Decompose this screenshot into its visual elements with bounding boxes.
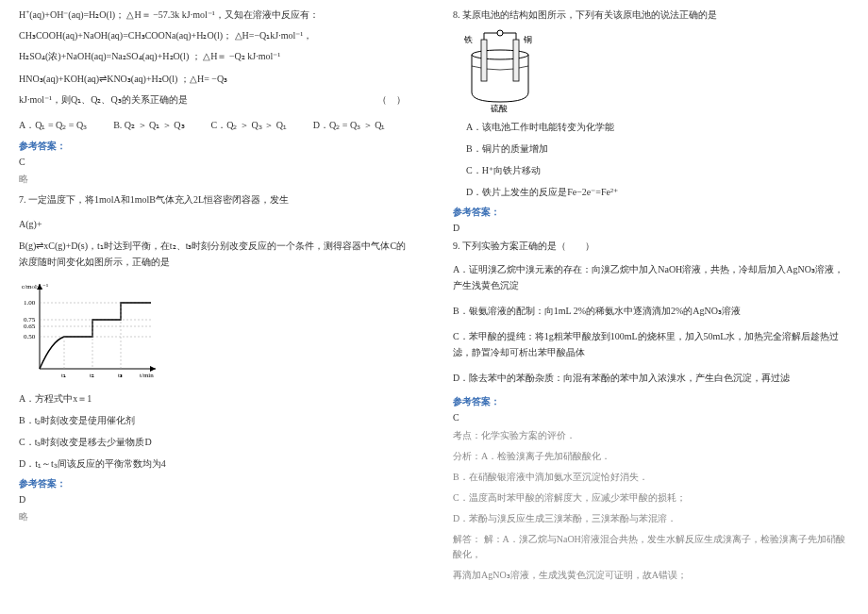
q7-opt-a: A．方程式中x＝1 — [19, 390, 415, 407]
q9-exp-kd: 考点：化学实验方案的评价． — [453, 428, 849, 443]
q9-sol-2: 再滴加AgNO₃溶液，生成浅黄色沉淀可证明，故A错误； — [453, 568, 849, 583]
svg-text:t₂: t₂ — [90, 372, 94, 379]
diag-label-fe: 铁 — [463, 35, 473, 44]
q6-options: A．Q₁ = Q₂ = Q₃ B. Q₂ ＞ Q₁ ＞ Q₃ C．Q₂ ＞ Q₃… — [19, 119, 415, 132]
q9-opt-c: C．苯甲酸的提纯：将1g粗苯甲酸放到100mL的烧杯里，加入50mL水，加热完全… — [453, 328, 849, 360]
eq-line-2: CH₃COOH(aq)+NaOH(aq)=CH₃COONa(aq)+H₂O(l)… — [19, 28, 415, 43]
q6-opt-d: D．Q₂ = Q₃ ＞ Q₁ — [313, 119, 386, 132]
answer-9: C — [453, 412, 849, 423]
eq-line-3: H₂SO₄(浓)+NaOH(aq)=Na₂SO₄(aq)+H₂O(l) ； △H… — [19, 49, 415, 64]
q8-opt-a: A．该电池工作时电能转变为化学能 — [466, 119, 849, 135]
eq-line-4: HNO₃(aq)+KOH(aq)⇌KNO₃(aq)+H₂O(l) ；△H= −Q… — [19, 72, 415, 87]
q7-eq-b: B(g)⇌xC(g)+D(s)，t₁时达到平衡，在t₂、t₃时刻分别改变反应的一… — [19, 238, 415, 270]
q9-opt-a: A．证明溴乙烷中溴元素的存在：向溴乙烷中加入NaOH溶液，共热，冷却后加入AgN… — [453, 261, 849, 293]
q9-exp-fx: 分析：A．检验溴离子先加硝酸酸化． — [453, 449, 849, 464]
q6-opt-b: B. Q₂ ＞ Q₁ ＞ Q₃ — [113, 119, 184, 132]
svg-text:1.00: 1.00 — [24, 299, 36, 307]
answer-label-9: 参考答案： — [453, 395, 849, 408]
svg-text:0.50: 0.50 — [24, 333, 36, 340]
svg-text:0.65: 0.65 — [24, 323, 36, 330]
q8-stem: 8. 某原电池的结构如图所示，下列有关该原电池的说法正确的是 — [453, 8, 849, 23]
q8-opt-d: D．铁片上发生的反应是Fe−2e⁻=Fe²⁺ — [466, 184, 849, 200]
q9-exp-b: B．在硝酸银溶液中滴加氨水至沉淀恰好消失． — [453, 470, 849, 485]
answer-7: D — [19, 494, 415, 505]
answer-label-8: 参考答案： — [453, 206, 849, 219]
answer-8: D — [453, 223, 849, 233]
q6-opt-a: A．Q₁ = Q₂ = Q₃ — [19, 119, 87, 132]
q6-opt-c: C．Q₂ ＞ Q₃ ＞ Q₁ — [211, 119, 287, 132]
q7-opt-d: D．t₁～t₃间该反应的平衡常数均为4 — [19, 456, 415, 472]
eq-line-1: H+(aq)+OH⁻(aq)=H₂O(l)； △H＝ −57.3k kJ·mol… — [19, 8, 415, 23]
answer-label-6: 参考答案： — [19, 140, 415, 153]
omit-6: 略 — [19, 173, 415, 186]
q9-exp-d: D．苯酚与溴反应生成三溴苯酚，三溴苯酚与苯混溶． — [453, 511, 849, 526]
svg-text:c/mol·L⁻¹: c/mol·L⁻¹ — [22, 283, 48, 290]
answer-6: C — [19, 157, 415, 167]
q7-opt-b: B．t₂时刻改变是使用催化剂 — [19, 412, 415, 428]
q8-opt-c: C．H⁺向铁片移动 — [466, 162, 849, 178]
left-column: H+(aq)+OH⁻(aq)=H₂O(l)； △H＝ −57.3k kJ·mol… — [0, 8, 434, 606]
q9-sol-1: 解答： 解：A．溴乙烷与NaOH溶液混合共热，发生水解反应生成溴离子，检验溴离子… — [453, 532, 849, 562]
answer-label-7: 参考答案： — [19, 477, 415, 490]
svg-text:t₁: t₁ — [61, 372, 66, 379]
q7-eq-a: A(g)+ — [19, 217, 415, 232]
q7-stem: 7. 一定温度下，将1molA和1molB气体充入2L恒容密闭容器，发生 — [19, 191, 415, 207]
omit-7: 略 — [19, 510, 415, 523]
diag-label-cu: 铜 — [523, 35, 532, 44]
eq-line-5: kJ·mol⁻¹，则Q₁、Q₂、Q₃的关系正确的是 （ ） — [19, 92, 415, 108]
q8-opt-b: B．铜片的质量增加 — [466, 141, 849, 157]
svg-rect-19 — [481, 40, 487, 81]
svg-point-24 — [497, 30, 503, 36]
svg-point-18 — [472, 50, 528, 59]
svg-text:t₃: t₃ — [118, 372, 123, 379]
q9-opt-b: B．银氨溶液的配制：向1mL 2%的稀氨水中逐滴滴加2%的AgNO₃溶液 — [453, 303, 849, 319]
svg-text:t/min: t/min — [140, 372, 154, 379]
right-column: 8. 某原电池的结构如图所示，下列有关该原电池的说法正确的是 铁 铜 硫酸 A．… — [434, 8, 868, 606]
diag-label-acid: 硫酸 — [491, 104, 508, 113]
q9-opt-d: D．除去苯中的苯酚杂质：向混有苯酚的苯中加入浓溴水，产生白色沉淀，再过滤 — [453, 370, 849, 386]
q7-opt-c: C．t₃时刻改变是移去少量物质D — [19, 434, 415, 450]
svg-rect-20 — [513, 40, 519, 81]
q7-chart: c/mol·L⁻¹ 1.00 0.75 0.65 0.50 t₁ t₂ t₃ t… — [19, 279, 415, 383]
q9-exp-c: C．温度高时苯甲酸的溶解度大，应减少苯甲酸的损耗； — [453, 490, 849, 506]
q8-diagram: 铁 铜 硫酸 — [453, 28, 849, 113]
q9-stem: 9. 下列实验方案正确的是（ ） — [453, 239, 849, 254]
answer-paren: （ ） — [377, 92, 406, 108]
